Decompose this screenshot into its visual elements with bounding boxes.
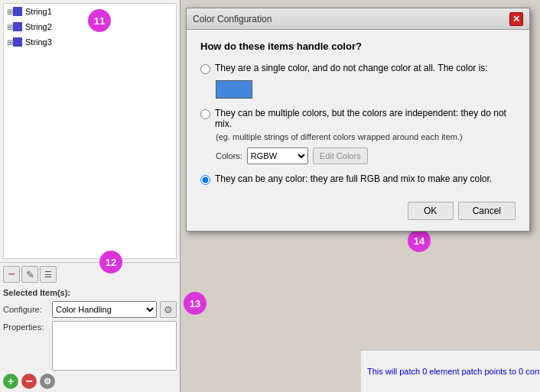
badge-13: 13 bbox=[184, 292, 207, 315]
remove-button[interactable]: − bbox=[3, 266, 20, 283]
list-button[interactable]: ☰ bbox=[40, 266, 57, 283]
status-bar: This will patch 0 element patch points t… bbox=[361, 350, 540, 392]
option-multiple-colors-text: They can be multiple colors, but the col… bbox=[215, 108, 516, 129]
item-grid-icon bbox=[13, 22, 22, 31]
dialog-footer: OK Cancel bbox=[187, 196, 529, 231]
badge-14: 14 bbox=[408, 229, 431, 252]
option-full-rgb-row: They can be any color: they are full RGB… bbox=[200, 173, 516, 185]
add-button[interactable]: + bbox=[3, 374, 18, 389]
dialog-body: How do these items handle color? They ar… bbox=[187, 30, 529, 196]
options-group: They are a single color, and do not chan… bbox=[200, 63, 516, 185]
item-label: String2 bbox=[25, 22, 52, 31]
option-multiple-colors-row: They can be multiple colors, but the col… bbox=[200, 108, 516, 129]
selected-label: Selected Item(s): bbox=[0, 286, 180, 300]
badge-12: 12 bbox=[99, 251, 122, 274]
option-full-rgb-text: They can be any color: they are full RGB… bbox=[215, 173, 492, 184]
configure-select[interactable]: Color Handling bbox=[52, 301, 157, 318]
settings-button[interactable]: ⚙ bbox=[40, 374, 55, 389]
color-config-dialog: Color Configuration ✕ How do these items… bbox=[186, 8, 530, 232]
expand-icon: ⊞ bbox=[7, 38, 13, 47]
item-list[interactable]: ⊞ String1 ⊞ String2 ⊞ String3 bbox=[3, 3, 177, 259]
option-single-color-row: They are a single color, and do not chan… bbox=[200, 63, 516, 74]
properties-row: Properties: bbox=[0, 319, 180, 372]
left-panel: ⊞ String1 ⊞ String2 ⊞ String3 − ✎ ☰ Sele… bbox=[0, 0, 181, 392]
properties-label: Properties: bbox=[3, 321, 49, 332]
option-full-rgb: They can be any color: they are full RGB… bbox=[200, 173, 516, 185]
delete-button[interactable]: − bbox=[21, 374, 37, 389]
expand-icon: ⊞ bbox=[7, 8, 13, 16]
dialog-title: Color Configuration bbox=[193, 14, 272, 24]
configure-label: Configure: bbox=[3, 305, 49, 314]
edit-colors-button[interactable]: Edit Colors bbox=[313, 147, 368, 164]
dialog-titlebar: Color Configuration ✕ bbox=[187, 8, 529, 30]
configure-row: Configure: Color Handling ⚙ bbox=[0, 300, 180, 319]
colors-select[interactable]: RGBW bbox=[247, 147, 308, 164]
close-button[interactable]: ✕ bbox=[509, 12, 523, 26]
ok-button[interactable]: OK bbox=[408, 202, 454, 220]
list-item[interactable]: ⊞ String3 bbox=[4, 34, 176, 50]
colors-label: Colors: bbox=[216, 151, 242, 160]
option-multiple-colors: They can be multiple colors, but the col… bbox=[200, 108, 516, 164]
option-single-color-text: They are a single color, and do not chan… bbox=[215, 63, 488, 73]
color-swatch[interactable] bbox=[216, 80, 252, 99]
item-grid-icon bbox=[13, 37, 22, 47]
item-label: String3 bbox=[25, 37, 52, 47]
badge-11: 11 bbox=[88, 9, 111, 32]
item-toolbar: − ✎ ☰ bbox=[0, 262, 180, 286]
colors-row: Colors: RGBW Edit Colors bbox=[216, 147, 516, 164]
properties-box bbox=[52, 321, 177, 371]
bottom-toolbar: + − ⚙ bbox=[0, 372, 180, 392]
option-multiple-colors-subtext: (eg. multiple strings of different color… bbox=[216, 132, 516, 141]
edit-button[interactable]: ✎ bbox=[21, 266, 38, 283]
status-text: This will patch 0 element patch points t… bbox=[367, 367, 540, 376]
option-full-rgb-radio[interactable] bbox=[200, 175, 210, 185]
option-single-color: They are a single color, and do not chan… bbox=[200, 63, 516, 99]
expand-icon: ⊞ bbox=[7, 23, 13, 31]
option-single-color-radio[interactable] bbox=[200, 64, 210, 74]
dialog-question: How do these items handle color? bbox=[200, 40, 516, 52]
item-label: String1 bbox=[25, 7, 52, 16]
item-grid-icon bbox=[13, 7, 22, 16]
option-multiple-colors-radio[interactable] bbox=[200, 109, 210, 119]
cancel-button[interactable]: Cancel bbox=[458, 202, 516, 220]
configure-settings-button[interactable]: ⚙ bbox=[160, 301, 177, 318]
